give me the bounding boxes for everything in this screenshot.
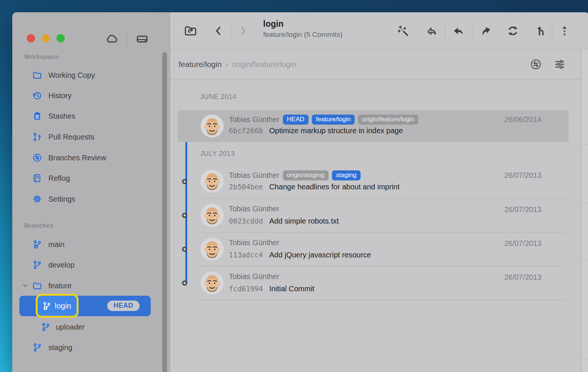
- avatar: [200, 237, 224, 261]
- pull-arrow-icon: [452, 25, 465, 37]
- commit-author: Tobias Günther: [229, 272, 279, 281]
- right-pane-line: [581, 359, 588, 359]
- compare-button[interactable]: [528, 57, 543, 72]
- sidebar-item-branches-review[interactable]: Branches Review: [12, 150, 161, 166]
- rebase-button[interactable]: [557, 23, 572, 38]
- commit-row[interactable]: Tobias Günther fcd61994 Initial Commit 2…: [178, 266, 569, 300]
- right-pane-line: [581, 144, 588, 145]
- quick-actions-button[interactable]: [396, 23, 410, 38]
- sidebar-item-label: Reflog: [48, 174, 70, 183]
- sidebar-item-label: Pull Requests: [48, 133, 94, 141]
- filter-options-button[interactable]: [552, 57, 567, 72]
- sidebar-item-settings[interactable]: Settings: [12, 191, 161, 207]
- commit-date: 26/07/2013: [504, 273, 541, 282]
- month-header: JULY 2013: [200, 150, 235, 158]
- sidebar-branch-folder-feature[interactable]: feature: [12, 278, 161, 294]
- commit-row[interactable]: Tobias Günther HEAD feature/login origin…: [178, 110, 569, 142]
- sidebar-branch-login-selected-row[interactable]: login HEAD: [19, 296, 151, 316]
- sliders-icon: [554, 58, 566, 70]
- sidebar: Workspace Working Copy History Stashes P…: [12, 12, 170, 372]
- sidebar-scrollbar[interactable]: [162, 52, 167, 372]
- pull-button[interactable]: [451, 23, 466, 38]
- sidebar-item-reflog[interactable]: Reflog: [12, 170, 161, 186]
- ref-badge-local-branch: feature/login: [312, 115, 355, 125]
- commit-meta-line: Tobias Günther origin/staging staging: [229, 170, 361, 180]
- commit-meta-line: Tobias Günther: [229, 238, 279, 247]
- commit-date: 26/07/2013: [504, 205, 541, 214]
- toolbar-divider: [552, 22, 552, 40]
- branches-section-label: Branches: [24, 221, 54, 231]
- merge-icon: [534, 25, 547, 37]
- open-working-copy-button[interactable]: [183, 23, 198, 38]
- merge-button[interactable]: [533, 23, 548, 38]
- close-window-button[interactable]: [27, 34, 35, 42]
- commit-message: Change headlines for about and imprint: [269, 183, 400, 191]
- chevron-down-icon[interactable]: [22, 282, 29, 289]
- fetch-button[interactable]: [505, 23, 520, 38]
- commit-row[interactable]: Tobias Günther 0023cddd Add simple robot…: [178, 198, 569, 232]
- push-arrow-icon: [479, 25, 492, 37]
- commit-message: Add simple robots.txt: [269, 217, 339, 225]
- page-title: login: [263, 19, 342, 29]
- commit-message: Initial Commit: [269, 285, 314, 293]
- page-subtitle: feature/login (5 Commits): [263, 30, 342, 39]
- breadcrumb-remote-branch[interactable]: origin/feature/login: [232, 60, 297, 69]
- right-pane-line: [581, 260, 588, 261]
- toolbar-divider: [445, 22, 445, 40]
- sidebar-branch-uploader[interactable]: uploader: [12, 319, 161, 335]
- sidebar-item-working-copy[interactable]: Working Copy: [12, 67, 161, 83]
- month-header: JUNE 2014: [200, 93, 236, 101]
- ref-badge-remote-branch: origin/feature/login: [358, 115, 418, 125]
- right-pane-edge: [581, 49, 588, 372]
- gear-icon: [32, 194, 42, 204]
- head-badge: HEAD: [107, 301, 140, 311]
- git-branch-plus-icon: [42, 301, 51, 311]
- tower-window: Workspace Working Copy History Stashes P…: [12, 12, 588, 372]
- toolbar: login feature/login (5 Commits): [170, 12, 588, 49]
- login-branch-highlight-box[interactable]: login: [36, 294, 79, 318]
- minimize-window-button[interactable]: [42, 34, 50, 42]
- commit-hash: 0023cddd: [229, 217, 263, 225]
- branch-label: login: [55, 301, 71, 310]
- sidebar-item-pull-requests[interactable]: Pull Requests: [12, 129, 161, 145]
- breadcrumb: feature/login › origin/feature/login: [170, 49, 588, 79]
- commit-meta-line: Tobias Günther: [229, 205, 279, 213]
- cloud-icon[interactable]: [105, 32, 119, 46]
- branch-label: develop: [48, 261, 74, 269]
- sidebar-item-stashes[interactable]: Stashes: [12, 108, 161, 124]
- sidebar-top-divider: [127, 32, 127, 46]
- zoom-window-button[interactable]: [57, 34, 65, 42]
- avatar: [200, 203, 224, 227]
- sidebar-branch-staging[interactable]: staging: [12, 339, 161, 356]
- local-drive-icon[interactable]: [135, 32, 149, 46]
- sidebar-item-label: Branches Review: [48, 154, 106, 162]
- folder-icon: [32, 281, 42, 291]
- sidebar-branch-develop[interactable]: develop: [12, 257, 161, 273]
- folder-return-icon: [183, 24, 198, 38]
- pull-request-icon: [32, 132, 42, 142]
- commit-message-line: 2b504bee Change headlines for about and …: [229, 183, 400, 191]
- commit-hash: fcd61994: [229, 285, 263, 293]
- commit-meta-line: Tobias Günther HEAD feature/login origin…: [229, 115, 418, 125]
- commit-author: Tobias Günther: [229, 171, 279, 180]
- branch-label: staging: [48, 343, 73, 352]
- reflog-icon: [32, 173, 42, 183]
- chevron-left-icon: [212, 25, 224, 37]
- back-button[interactable]: [211, 23, 226, 38]
- commit-row[interactable]: Tobias Günther 113adcc4 Add jQuery javas…: [178, 232, 569, 266]
- workspace-section-label: Workspace: [24, 52, 58, 62]
- breadcrumb-local-branch[interactable]: feature/login: [179, 60, 222, 69]
- git-branch-icon: [32, 343, 42, 352]
- toolbar-title-block: login feature/login (5 Commits): [263, 19, 342, 39]
- push-button[interactable]: [478, 23, 493, 38]
- share-arrow-icon: [425, 25, 438, 37]
- history-icon: [32, 91, 42, 100]
- sidebar-branch-main[interactable]: main: [12, 236, 161, 253]
- commit-row[interactable]: Tobias Günther origin/staging staging 2b…: [178, 164, 569, 198]
- commit-message: Optimize markup structure in index page: [269, 126, 403, 135]
- branch-folder-label: feature: [48, 282, 71, 290]
- open-in-button[interactable]: [424, 23, 439, 38]
- sidebar-item-history[interactable]: History: [12, 87, 161, 104]
- stash-icon: [32, 111, 42, 121]
- forward-button[interactable]: [236, 23, 250, 38]
